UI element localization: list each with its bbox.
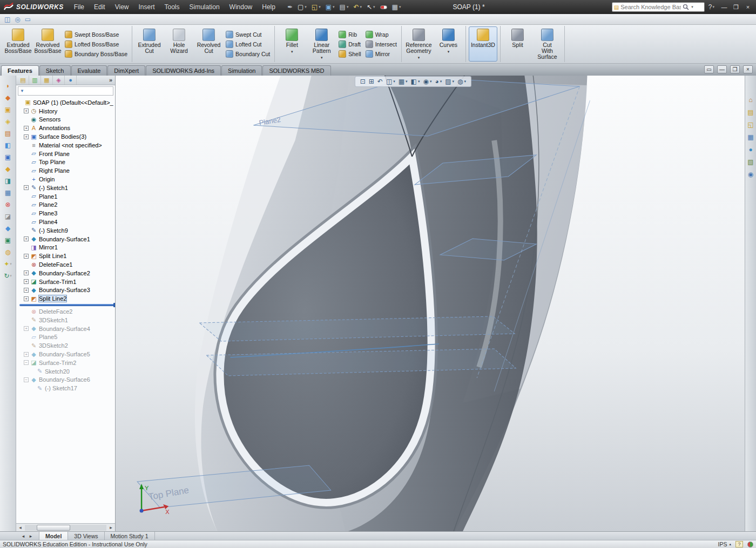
property-manager-tab[interactable]: ▥ bbox=[29, 76, 41, 85]
expand-icon[interactable]: + bbox=[24, 185, 29, 190]
tree-item-top-plane[interactable]: ▱Top Plane bbox=[16, 158, 115, 167]
scroll-track[interactable] bbox=[25, 525, 106, 531]
surface-tool-button-6[interactable]: ◧ bbox=[1, 140, 15, 150]
previous-view-button[interactable]: ↶ bbox=[376, 77, 384, 86]
tree-item-sketch9[interactable]: ✎(-) Sketch9 bbox=[16, 226, 115, 235]
mirror-button[interactable]: Mirror bbox=[364, 50, 399, 58]
surface-tool-button-3[interactable]: ▣ bbox=[1, 105, 15, 114]
menu-file[interactable]: File bbox=[69, 0, 89, 14]
expand-icon[interactable]: + bbox=[24, 134, 29, 139]
tree-item-3dsketch1[interactable]: ✎3DSketch1 bbox=[16, 316, 115, 324]
tab-evaluate[interactable]: Evaluate bbox=[71, 65, 107, 76]
tree-item-split-line2[interactable]: +◩Split Line2 bbox=[16, 294, 115, 303]
lofted-boss-base-button[interactable]: Lofted Boss/Base bbox=[63, 40, 129, 48]
tree-item-soap-1-default-default[interactable]: ▣SOAP (1) (Default<<Default>_ bbox=[16, 98, 115, 107]
tree-item-front-plane[interactable]: ▱Front Plane bbox=[16, 150, 115, 158]
zoom-to-area-button[interactable]: ⊞ bbox=[368, 77, 375, 86]
tree-item-plane5[interactable]: ▱Plane5 bbox=[16, 333, 115, 342]
tab-scroll-left-button[interactable]: ◂ bbox=[19, 532, 27, 540]
surface-tool-button-1[interactable]: ◗ bbox=[1, 81, 15, 90]
minimize-doc-button[interactable]: — bbox=[717, 65, 727, 73]
surface-tool-button-10[interactable]: ▦ bbox=[1, 188, 15, 197]
menu-simulation[interactable]: Simulation bbox=[185, 0, 225, 14]
zoom-to-fit-button[interactable]: ⊡ bbox=[359, 77, 367, 86]
search-input[interactable] bbox=[620, 4, 681, 10]
expand-icon[interactable]: + bbox=[24, 326, 29, 331]
cascade-window-button[interactable]: ▭ bbox=[704, 65, 714, 73]
quick-tips-button[interactable]: ? bbox=[735, 541, 743, 547]
tree-item-surface-trim2[interactable]: −◪Surface-Trim2 bbox=[16, 358, 115, 367]
tree-item-surface-trim1[interactable]: +◪Surface-Trim1 bbox=[16, 278, 115, 286]
menu-window[interactable]: Window bbox=[225, 0, 258, 14]
tree-item-plane4[interactable]: ▱Plane4 bbox=[16, 218, 115, 226]
tab-sketch[interactable]: Sketch bbox=[39, 65, 71, 76]
menu-tools[interactable]: Tools bbox=[160, 0, 185, 14]
tab-solidworks-mbd[interactable]: SOLIDWORKS MBD bbox=[262, 65, 330, 76]
filter-input[interactable] bbox=[26, 88, 111, 94]
tree-item-origin[interactable]: +Origin bbox=[16, 175, 115, 184]
expand-icon[interactable]: + bbox=[24, 288, 29, 293]
menu-edit[interactable]: Edit bbox=[89, 0, 110, 14]
new-document-button[interactable]: ▢▾ bbox=[296, 3, 308, 11]
menu-insert[interactable]: Insert bbox=[134, 0, 160, 14]
tree-item-material-not-specified[interactable]: ≡Material <not specified> bbox=[16, 141, 115, 150]
revolved-cut-button[interactable]: RevolvedCut bbox=[194, 26, 223, 62]
extruded-cut-button[interactable]: ExtrudedCut bbox=[135, 26, 164, 62]
configuration-manager-tab[interactable]: ▦ bbox=[41, 76, 53, 85]
menu-view[interactable]: View bbox=[110, 0, 134, 14]
file-explorer-button[interactable]: ◱ bbox=[747, 121, 753, 128]
expand-icon[interactable]: + bbox=[24, 279, 29, 284]
surface-tool-button-15[interactable]: ◍ bbox=[1, 247, 15, 256]
close-button[interactable]: × bbox=[742, 2, 754, 12]
lofted-cut-button[interactable]: Lofted Cut bbox=[224, 40, 272, 48]
tree-item-plane1[interactable]: ▱Plane1 bbox=[16, 192, 115, 201]
edit-appearance-button[interactable]: ◕▾ bbox=[434, 77, 443, 86]
revolved-boss-base-button[interactable]: RevolvedBoss/Base bbox=[33, 26, 62, 62]
boundary-boss-base-button[interactable]: Boundary Boss/Base bbox=[63, 50, 129, 58]
tree-item-boundary-surface3[interactable]: +◆Boundary-Surface3 bbox=[16, 286, 115, 295]
print-button[interactable]: ▤▾ bbox=[338, 3, 350, 11]
resources-home-button[interactable]: ⌂ bbox=[748, 96, 752, 104]
restore-doc-button[interactable]: ❐ bbox=[730, 65, 740, 73]
tab-features[interactable]: Features bbox=[1, 65, 39, 76]
apply-scene-button[interactable]: ▨▾ bbox=[444, 77, 455, 86]
restore-button[interactable]: ❐ bbox=[730, 2, 742, 12]
custom-properties-button[interactable]: ▧ bbox=[747, 158, 753, 166]
surface-tool-button-2[interactable]: ◆ bbox=[1, 93, 15, 102]
bottom-tab-3d-views[interactable]: 3D Views bbox=[68, 532, 104, 540]
rebuild-button[interactable] bbox=[379, 5, 389, 10]
surface-tool-button-12[interactable]: ◪ bbox=[1, 212, 15, 221]
surface-tool-button-5[interactable]: ▤ bbox=[1, 128, 15, 138]
tree-item-boundary-surface1[interactable]: +◆Boundary-Surface1 bbox=[16, 235, 115, 243]
tree-item-sketch1[interactable]: +✎(-) Sketch1 bbox=[16, 184, 115, 192]
options-button[interactable]: ▦▾ bbox=[390, 3, 403, 11]
appearances-button[interactable]: ● bbox=[748, 146, 752, 153]
hide-show-items-button[interactable]: ◉▾ bbox=[422, 77, 433, 86]
view-settings-button[interactable]: ◍▾ bbox=[456, 77, 467, 86]
scroll-thumb[interactable] bbox=[37, 525, 70, 531]
collapse-icon[interactable]: − bbox=[24, 360, 29, 365]
tree-item-surface-bodies-3[interactable]: +▣Surface Bodies(3) bbox=[16, 132, 115, 141]
swept-cut-button[interactable]: Swept Cut bbox=[224, 31, 272, 38]
undo-button[interactable]: ↶▾ bbox=[352, 3, 363, 11]
wrap-button[interactable]: Wrap bbox=[364, 31, 399, 38]
tree-item-sketch17[interactable]: ✎(-) Sketch17 bbox=[16, 384, 115, 393]
surface-tool-button-4[interactable]: ◈ bbox=[1, 117, 15, 126]
tree-item-split-line1[interactable]: +◩Split Line1 bbox=[16, 252, 115, 260]
surface-tool-button-9[interactable]: ◨ bbox=[1, 176, 15, 185]
workspace-button-3[interactable]: ▭ bbox=[25, 16, 31, 23]
menu-help[interactable]: Help bbox=[257, 0, 280, 14]
bottom-tab-model[interactable]: Model bbox=[39, 532, 68, 540]
graphics-area[interactable]: Plane2 Top Plane Y X ⊡⊞↶◫▾▦▾◧▾◉▾◕▾▨▾◍▾ bbox=[116, 76, 745, 531]
units-selector[interactable]: IPS ▴ bbox=[718, 541, 731, 547]
workspace-button-2[interactable]: ◎ bbox=[15, 16, 20, 23]
tree-item-sketch20[interactable]: ✎Sketch20 bbox=[16, 367, 115, 376]
intersect-button[interactable]: Intersect bbox=[364, 40, 399, 48]
surface-tool-button-8[interactable]: ◆ bbox=[1, 164, 15, 173]
tree-horizontal-scrollbar[interactable]: ◂ ▸ bbox=[16, 523, 115, 531]
minimize-button[interactable]: — bbox=[718, 2, 730, 12]
split-button[interactable]: Split bbox=[503, 26, 532, 62]
expand-icon[interactable]: + bbox=[24, 296, 29, 301]
tree-item-mirror1[interactable]: ◨Mirror1 bbox=[16, 243, 115, 252]
rib-button[interactable]: Rib bbox=[337, 31, 362, 38]
